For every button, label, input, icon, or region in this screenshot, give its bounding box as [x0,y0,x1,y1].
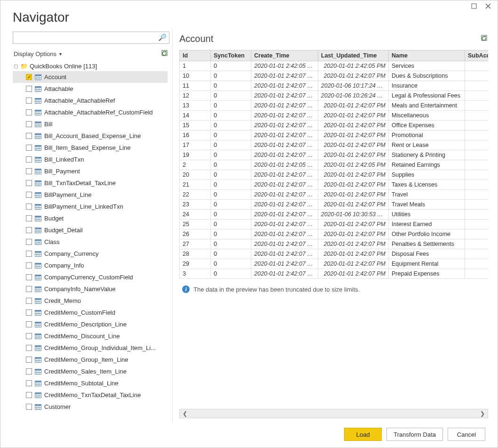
tree-item[interactable]: Bill_Account_Based_Expense_Line [13,130,168,142]
col-synctoken[interactable]: SyncToken [211,50,251,61]
tree-checkbox[interactable] [26,156,32,163]
table-row[interactable]: 1602020-01-01 2:42:07 PM2020-01-01 2:42:… [180,130,489,140]
tree-item[interactable]: Bill_Payment [13,165,168,177]
scroll-left-icon[interactable]: ❮ [183,410,187,417]
tree-checkbox[interactable] [26,345,32,351]
tree-item[interactable]: CreditMemo_CustomField [13,307,168,318]
tree-item[interactable]: Attachable_AttachableRef_CustomField [13,106,168,118]
tree-item[interactable]: CreditMemo_Subtotal_Line [13,377,168,389]
col-create-time[interactable]: Create_Time [251,50,318,61]
scroll-right-icon[interactable]: ❯ [480,410,485,417]
tree-checkbox[interactable] [26,98,32,104]
tree-root[interactable]: ▢ 📁 QuickBooks Online [113] [13,61,168,71]
tree[interactable]: ▢ 📁 QuickBooks Online [113] ✓AccountAtta… [13,61,169,421]
tree-item[interactable]: Budget_Detail [13,224,168,236]
tree-item[interactable]: Customer [13,401,168,413]
tree-checkbox[interactable] [26,86,32,92]
table-row[interactable]: 1702020-01-01 2:42:07 PM2020-01-01 2:42:… [180,140,489,150]
table-row[interactable]: 2802020-01-01 2:42:07 PM2020-01-01 2:42:… [180,249,489,259]
tree-checkbox[interactable] [26,404,32,410]
table-row[interactable]: 2502020-01-01 2:42:07 PM2020-01-01 2:42:… [180,220,489,229]
tree-checkbox[interactable] [26,333,32,339]
tree-checkbox[interactable] [26,251,32,257]
preview-refresh-button[interactable] [481,34,488,43]
table-row[interactable]: 2202020-01-01 2:42:07 PM2020-01-01 2:42:… [180,190,489,200]
tree-checkbox[interactable] [26,274,32,280]
transform-data-button[interactable]: Transform Data [386,428,443,441]
search-icon[interactable]: 🔍 [159,33,167,41]
table-row[interactable]: 2702020-01-01 2:42:07 PM2020-01-01 2:42:… [180,239,489,249]
horizontal-scrollbar[interactable]: ❮ ❯ [179,409,488,418]
tree-item[interactable]: CompanyCurrency_CustomField [13,271,168,283]
tree-checkbox[interactable] [26,121,32,127]
tree-item[interactable]: Bill_LinkedTxn [13,154,168,165]
tree-checkbox[interactable] [26,215,32,221]
tree-item[interactable]: Class [13,236,168,248]
maximize-button[interactable] [469,1,479,11]
tree-item[interactable]: Bill_TxnTaxDetail_TaxLine [13,177,168,189]
tree-checkbox[interactable] [26,262,32,269]
tree-item[interactable]: BillPayment_Line [13,189,168,201]
tree-checkbox[interactable] [26,180,32,186]
table-row[interactable]: 2602020-01-01 2:42:07 PM2020-01-01 2:42:… [180,229,489,239]
table-row[interactable]: 2102020-01-01 2:42:07 PM2020-01-01 2:42:… [180,180,489,190]
tree-item[interactable]: CreditMemo_Sales_Item_Line [13,366,168,377]
col-id[interactable]: Id [180,50,211,61]
cancel-button[interactable]: Cancel [448,428,485,441]
col-subaccount[interactable]: SubAccount [465,50,489,61]
tree-checkbox[interactable] [26,392,32,398]
table-row[interactable]: 1502020-01-01 2:42:07 PM2020-01-01 2:42:… [180,121,489,130]
tree-checkbox[interactable] [26,380,32,386]
tree-checkbox[interactable] [26,239,32,245]
tree-item[interactable]: Budget [13,212,168,224]
table-row[interactable]: 202020-01-01 2:42:05 PM2020-01-01 2:42:0… [180,160,489,170]
tree-item[interactable]: CreditMemo_TxnTaxDetail_TaxLine [13,389,168,401]
search-input[interactable] [13,32,169,44]
tree-checkbox[interactable] [26,286,32,292]
tree-refresh-button[interactable] [161,49,169,58]
table-row[interactable]: 1002020-01-01 2:42:07 PM2020-01-01 2:42:… [180,71,489,81]
tree-checkbox[interactable] [26,168,32,174]
table-row[interactable]: 2902020-01-01 2:42:07 PM2020-01-01 2:42:… [180,259,489,269]
tree-item[interactable]: Company_Info [13,260,168,271]
table-row[interactable]: 1102020-01-01 2:42:07 PM2020-01-06 10:17… [180,81,489,91]
tree-item[interactable]: Attachable_AttachableRef [13,95,168,106]
tree-checkbox[interactable] [26,368,32,375]
tree-item[interactable]: ✓Account [13,71,168,83]
table-row[interactable]: 2402020-01-01 2:42:07 PM2020-01-06 10:30… [180,210,489,220]
tree-checkbox[interactable]: ✓ [26,74,32,80]
tree-checkbox[interactable] [26,192,32,198]
tree-checkbox[interactable] [26,310,32,316]
tree-checkbox[interactable] [26,145,32,151]
tree-item[interactable]: Attachable [13,83,168,95]
table-row[interactable]: 102020-01-01 2:42:05 PM2020-01-01 2:42:0… [180,61,489,71]
table-row[interactable]: 2302020-01-01 2:42:07 PM2020-01-01 2:42:… [180,200,489,210]
tree-checkbox[interactable] [26,109,32,115]
tree-item[interactable]: CompanyInfo_NameValue [13,283,168,295]
table-row[interactable]: 1402020-01-01 2:42:07 PM2020-01-01 2:42:… [180,111,489,121]
col-name[interactable]: Name [389,50,465,61]
table-row[interactable]: 2002020-01-01 2:42:07 PM2020-01-01 2:42:… [180,170,489,180]
tree-item[interactable]: Bill_Item_Based_Expense_Line [13,142,168,154]
tree-item[interactable]: BillPayment_Line_LinkedTxn [13,201,168,212]
close-button[interactable] [483,1,493,11]
preview-table[interactable]: Id SyncToken Create_Time Last_Updated_Ti… [179,50,488,279]
tree-item[interactable]: CreditMemo_Group_Individual_Item_Li... [13,342,168,354]
tree-item[interactable]: Credit_Memo [13,295,168,307]
display-options[interactable]: Display Options ▼ [14,50,63,57]
table-row[interactable]: 1302020-01-01 2:42:07 PM2020-01-01 2:42:… [180,101,489,111]
table-row[interactable]: 1902020-01-01 2:42:07 PM2020-01-01 2:42:… [180,150,489,160]
tree-checkbox[interactable] [26,204,32,210]
tree-checkbox[interactable] [26,227,32,233]
tree-checkbox[interactable] [26,133,32,139]
tree-item[interactable]: Company_Currency [13,248,168,260]
tree-item[interactable]: CreditMemo_Description_Line [13,318,168,330]
table-row[interactable]: 1202020-01-01 2:42:07 PM2020-01-06 10:26… [180,91,489,101]
table-row[interactable]: 302020-01-01 2:42:07 PM2020-01-01 2:42:0… [180,269,489,279]
tree-checkbox[interactable] [26,321,32,327]
tree-checkbox[interactable] [26,298,32,304]
tree-item[interactable]: CreditMemo_Group_Item_Line [13,354,168,366]
tree-checkbox[interactable] [26,357,32,363]
tree-item[interactable]: Bill [13,118,168,130]
load-button[interactable]: Load [344,428,382,441]
